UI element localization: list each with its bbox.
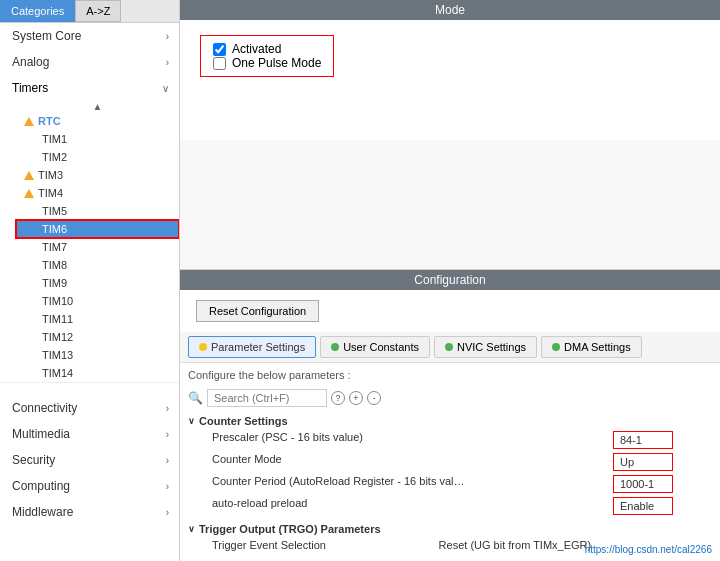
timers-header[interactable]: Timers ∨ [0, 75, 179, 101]
counter-mode-value-cell: Up [605, 451, 712, 473]
user-constants-label: User Constants [343, 341, 419, 353]
config-header: Configuration [180, 270, 720, 290]
timer-item-tim13[interactable]: TIM13 [16, 346, 179, 364]
sidebar-tabs: Categories A->Z [0, 0, 179, 23]
search-info-icon[interactable]: ? [331, 391, 345, 405]
warn-icon-tim4 [24, 189, 34, 198]
rtc-label: RTC [38, 115, 61, 127]
timer-item-tim5[interactable]: TIM5 [16, 202, 179, 220]
timer-item-tim14[interactable]: TIM14 [16, 364, 179, 382]
tim6-label: TIM6 [42, 223, 67, 235]
analog-arrow: › [166, 57, 169, 68]
activated-checkbox-row: Activated [213, 42, 321, 56]
timer-item-tim1[interactable]: TIM1 [16, 130, 179, 148]
sidebar-item-computing[interactable]: Computing › [0, 473, 179, 499]
config-body: Configure the below parameters : 🔍 ? + -… [180, 363, 720, 561]
sidebar-item-middleware[interactable]: Middleware › [0, 499, 179, 525]
tab-user-constants[interactable]: User Constants [320, 336, 430, 358]
tim1-label: TIM1 [42, 133, 67, 145]
table-row: auto-reload preload Enable [188, 495, 712, 517]
security-arrow: › [166, 455, 169, 466]
counter-period-name: Counter Period (AutoReload Register - 16… [188, 473, 605, 495]
timer-item-tim8[interactable]: TIM8 [16, 256, 179, 274]
prescaler-value-cell: 84-1 [605, 429, 712, 451]
mode-section: Mode Activated One Pulse Mode [180, 0, 720, 140]
timer-item-tim2[interactable]: TIM2 [16, 148, 179, 166]
config-section: Configuration Reset Configuration Parame… [180, 269, 720, 561]
activated-checkbox[interactable] [213, 43, 226, 56]
tab-categories[interactable]: Categories [0, 0, 75, 22]
computing-label: Computing [12, 479, 70, 493]
search-input[interactable] [207, 389, 327, 407]
timer-item-rtc[interactable]: RTC [16, 112, 179, 130]
counter-period-value: 1000-1 [613, 475, 673, 493]
timer-item-tim12[interactable]: TIM12 [16, 328, 179, 346]
main-content: Mode Activated One Pulse Mode Configurat… [180, 0, 720, 561]
tim8-label: TIM8 [42, 259, 67, 271]
prescaler-value: 84-1 [613, 431, 673, 449]
security-label: Security [12, 453, 55, 467]
sidebar-item-connectivity[interactable]: Connectivity › [0, 395, 179, 421]
timer-item-tim4[interactable]: TIM4 [16, 184, 179, 202]
timers-label: Timers [12, 81, 48, 95]
tab-nvic-settings[interactable]: NVIC Settings [434, 336, 537, 358]
tim9-label: TIM9 [42, 277, 67, 289]
middleware-arrow: › [166, 507, 169, 518]
search-magnifier-icon: 🔍 [188, 391, 203, 405]
tab-parameter-settings[interactable]: Parameter Settings [188, 336, 316, 358]
tim4-label: TIM4 [38, 187, 63, 199]
tim11-label: TIM11 [42, 313, 73, 325]
timer-item-tim3[interactable]: TIM3 [16, 166, 179, 184]
trigger-output-title[interactable]: ∨ Trigger Output (TRGO) Parameters [188, 521, 712, 537]
timer-item-tim7[interactable]: TIM7 [16, 238, 179, 256]
connectivity-label: Connectivity [12, 401, 77, 415]
tim7-label: TIM7 [42, 241, 67, 253]
counter-settings-label: Counter Settings [199, 415, 288, 427]
counter-period-value-cell: 1000-1 [605, 473, 712, 495]
search-collapse-icon[interactable]: - [367, 391, 381, 405]
dma-settings-dot [552, 343, 560, 351]
warn-icon-rtc [24, 117, 34, 126]
counter-mode-value: Up [613, 453, 673, 471]
search-expand-icon[interactable]: + [349, 391, 363, 405]
content-spacer [180, 140, 720, 269]
prescaler-name: Prescaler (PSC - 16 bits value) [188, 429, 605, 451]
one-pulse-checkbox[interactable] [213, 57, 226, 70]
tab-dma-settings[interactable]: DMA Settings [541, 336, 642, 358]
sidebar: Categories A->Z System Core › Analog › T… [0, 0, 180, 561]
sidebar-separator-1 [0, 383, 179, 395]
middleware-label: Middleware [12, 505, 73, 519]
multimedia-arrow: › [166, 429, 169, 440]
auto-reload-value-cell: Enable [605, 495, 712, 517]
counter-settings-title[interactable]: ∨ Counter Settings [188, 413, 712, 429]
connectivity-arrow: › [166, 403, 169, 414]
tim2-label: TIM2 [42, 151, 67, 163]
user-constants-dot [331, 343, 339, 351]
table-row: Counter Mode Up [188, 451, 712, 473]
timers-chevron: ∨ [162, 83, 169, 94]
timer-item-tim10[interactable]: TIM10 [16, 292, 179, 310]
sidebar-section-timers: Timers ∨ ▲ RTC TIM1 TIM2 TIM3 [0, 75, 179, 383]
param-settings-dot [199, 343, 207, 351]
search-bar: 🔍 ? + - [188, 389, 712, 407]
tim14-label: TIM14 [42, 367, 73, 379]
config-desc: Configure the below parameters : [188, 367, 712, 383]
sidebar-item-system-core[interactable]: System Core › [0, 23, 179, 49]
trigger-output-chevron: ∨ [188, 524, 195, 534]
analog-label: Analog [12, 55, 49, 69]
reset-configuration-button[interactable]: Reset Configuration [196, 300, 319, 322]
tab-atoz[interactable]: A->Z [75, 0, 121, 22]
param-settings-label: Parameter Settings [211, 341, 305, 353]
config-tabs: Parameter Settings User Constants NVIC S… [180, 332, 720, 363]
timer-item-tim9[interactable]: TIM9 [16, 274, 179, 292]
reset-btn-container: Reset Configuration [180, 290, 720, 332]
timer-item-tim11[interactable]: TIM11 [16, 310, 179, 328]
tim12-label: TIM12 [42, 331, 73, 343]
warn-icon-tim3 [24, 171, 34, 180]
sidebar-item-multimedia[interactable]: Multimedia › [0, 421, 179, 447]
tim3-label: TIM3 [38, 169, 63, 181]
sidebar-item-security[interactable]: Security › [0, 447, 179, 473]
table-row: Counter Period (AutoReload Register - 16… [188, 473, 712, 495]
timer-item-tim6[interactable]: TIM6 [16, 220, 179, 238]
sidebar-item-analog[interactable]: Analog › [0, 49, 179, 75]
